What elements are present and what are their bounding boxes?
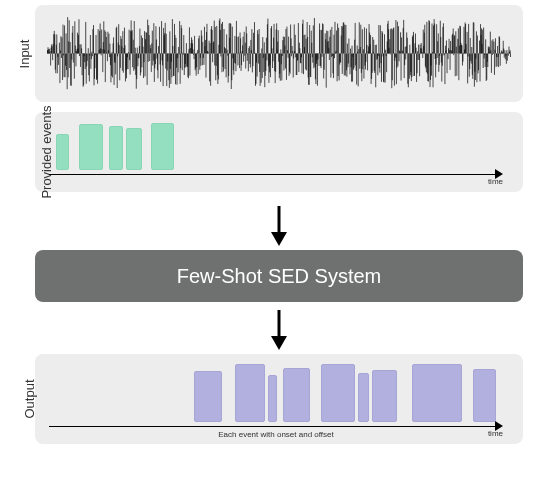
input-label: Input [17,39,32,68]
output-event-block [321,364,355,422]
audio-waveform [47,11,511,96]
flow-arrow-top [35,202,523,250]
output-event-block [194,371,221,422]
output-axis: time Each event with onset and offset [49,420,503,434]
provided-events-panel: Provided events time [35,112,523,192]
axis-time-label: time [488,177,503,186]
axis-line [49,426,495,427]
provided-event-block [79,124,104,170]
provided-events-axis: time [49,168,503,182]
output-event-block [268,375,277,422]
arrow-down-icon [264,308,294,352]
output-event-block [358,373,369,422]
provided-event-block [109,126,124,170]
flow-arrow-bottom [35,306,523,354]
svg-marker-3 [271,336,287,350]
provided-event-block [56,134,70,170]
provided-event-block [126,128,141,171]
output-events-track [49,362,503,422]
provided-event-block [151,123,174,171]
output-event-block [235,364,265,422]
output-event-block [372,370,397,422]
provided-events-track [49,120,503,170]
svg-marker-1 [271,232,287,246]
system-title: Few-Shot SED System [177,265,382,288]
waveform-svg [47,11,511,96]
waveform-path [47,17,511,89]
output-event-block [473,369,496,422]
output-axis-caption: Each event with onset and offset [49,430,503,439]
output-event-block [412,364,462,422]
axis-line [49,174,495,175]
arrow-down-icon [264,204,294,248]
system-box: Few-Shot SED System [35,250,523,302]
output-event-block [283,368,310,422]
input-panel: Input [35,5,523,102]
output-panel: Output time Each event with onset and of… [35,354,523,444]
few-shot-sed-diagram: Input Provided events time Few-Shot SED … [35,5,523,454]
output-label: Output [22,379,37,418]
